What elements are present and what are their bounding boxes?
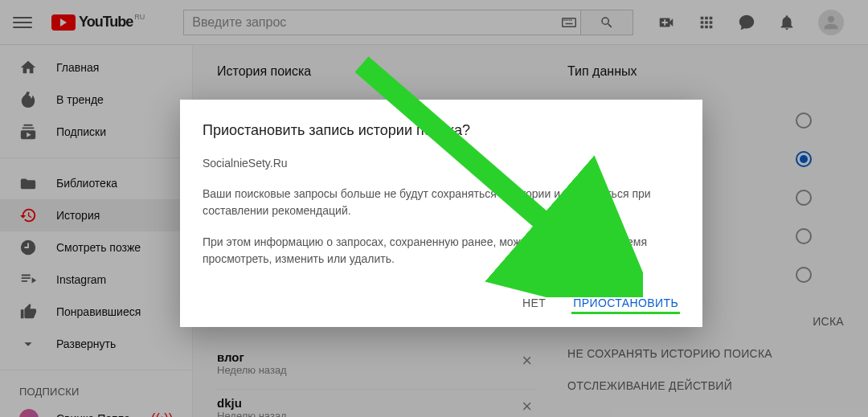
dialog-title: Приостановить запись истории поиска? [203,122,680,139]
confirm-button[interactable]: ПРИОСТАНОВИТЬ [571,292,680,314]
cancel-button[interactable]: НЕТ [521,292,547,314]
dialog-account: SocialnieSety.Ru [203,157,680,170]
dialog-text: При этом информацию о запросах, сохранен… [203,234,680,268]
dialog-text: Ваши поисковые запросы больше не будут с… [203,186,680,219]
pause-history-dialog: Приостановить запись истории поиска? Soc… [180,100,702,327]
dialog-actions: НЕТ ПРИОСТАНОВИТЬ [203,282,680,314]
